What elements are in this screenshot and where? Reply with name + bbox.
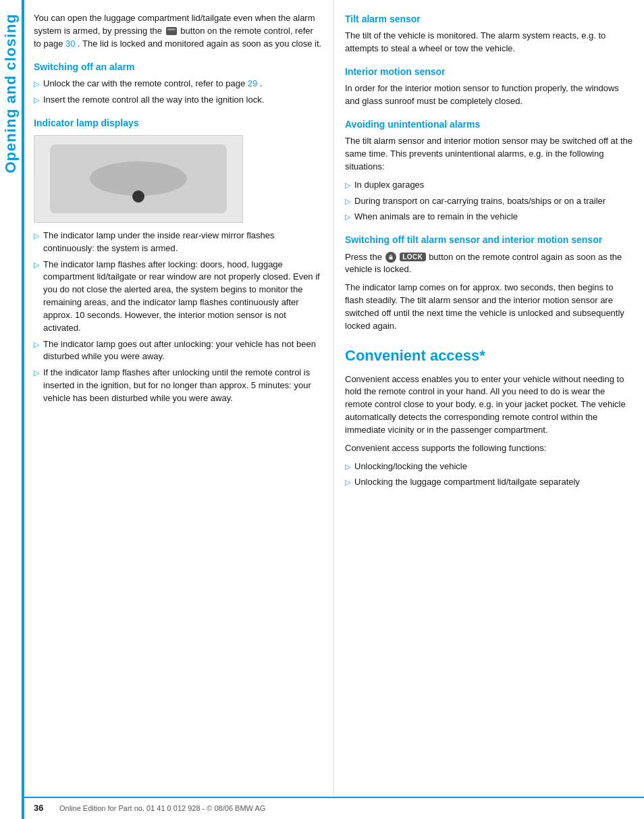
- list-item: ▷ Unlocking/locking the vehicle: [345, 460, 633, 473]
- left-column: You can open the luggage compartment lid…: [24, 0, 334, 797]
- bullet-arrow-icon: ▷: [345, 462, 350, 473]
- sidebar-tab: Opening and closing: [0, 0, 22, 819]
- lamp-dot: [132, 190, 144, 203]
- interior-motion-text: In order for the interior motion sensor …: [345, 82, 633, 108]
- avoiding-alarms-list: ▷ In duplex garages ▷ During transport o…: [345, 179, 633, 224]
- right-column: Tilt alarm sensor The tilt of the vehicl…: [334, 0, 644, 797]
- list-item: ▷ Unlocking the luggage compartment lid/…: [345, 476, 633, 489]
- footer-copyright: Online Edition for Part no. 01 41 0 012 …: [59, 803, 265, 814]
- switching-off-tilt-para1: Press the LOCK button on the remote cont…: [345, 251, 633, 277]
- bullet-arrow-icon: ▷: [34, 368, 39, 379]
- list-item: ▷ Insert the remote control all the way …: [34, 94, 323, 107]
- page-ref-29[interactable]: 29: [248, 78, 257, 88]
- switching-off-alarm-heading: Switching off an alarm: [34, 60, 323, 74]
- svg-rect-0: [389, 257, 392, 259]
- list-item: ▷ If the indicator lamp flashes after un…: [34, 367, 323, 405]
- page-number: 36: [34, 802, 54, 815]
- bullet-arrow-icon: ▷: [345, 180, 350, 191]
- convenient-access-para1: Convenient access enables you to enter y…: [345, 373, 633, 437]
- indicator-lamp-image: www.bmw.com: [34, 135, 243, 223]
- avoiding-alarms-text: The tilt alarm sensor and interior motio…: [345, 135, 633, 174]
- list-item: ▷ The indicator lamp under the inside re…: [34, 230, 323, 255]
- chapter-title: Opening and closing: [0, 14, 22, 174]
- list-item: ▷ Unlock the car with the remote control…: [34, 78, 323, 90]
- lock-circle-icon: [385, 252, 396, 263]
- list-item: ▷ When animals are to remain in the vehi…: [345, 211, 633, 223]
- bullet-arrow-icon: ▷: [34, 231, 39, 242]
- lock-label: LOCK: [400, 253, 425, 261]
- convenient-access-heading: Convenient access*: [345, 345, 633, 367]
- list-item: ▷ During transport on car-carrying train…: [345, 195, 633, 208]
- remote-control-icon: [166, 27, 177, 35]
- indicator-lamp-heading: Indicator lamp displays: [34, 116, 323, 130]
- list-item: ▷ In duplex garages: [345, 179, 633, 192]
- switching-off-tilt-para2: The indicator lamp comes on for approx. …: [345, 282, 633, 332]
- bullet-arrow-icon: ▷: [345, 212, 350, 223]
- intro-paragraph: You can open the luggage compartment lid…: [34, 12, 323, 51]
- tilt-alarm-heading: Tilt alarm sensor: [345, 12, 633, 26]
- tilt-alarm-text: The tilt of the vehicle is monitored. Th…: [345, 30, 633, 55]
- switching-off-tilt-heading: Switching off tilt alarm sensor and inte…: [345, 233, 633, 246]
- bullet-arrow-icon: ▷: [345, 477, 350, 488]
- lamp-image-inner: [50, 144, 227, 213]
- content-area: You can open the luggage compartment lid…: [24, 0, 644, 819]
- bullet-arrow-icon: ▷: [34, 95, 39, 106]
- list-item: ▷ The indicator lamp goes out after unlo…: [34, 338, 323, 364]
- lamp-oval: [90, 161, 187, 196]
- bullet-arrow-icon: ▷: [34, 340, 39, 350]
- bullet-arrow-icon: ▷: [345, 196, 350, 207]
- page-ref-30[interactable]: 30: [65, 38, 75, 49]
- convenient-access-para2: Convenient access supports the following…: [345, 442, 633, 455]
- interior-motion-heading: Interior motion sensor: [345, 65, 633, 78]
- page-wrapper: Opening and closing You can open the lug…: [0, 0, 644, 819]
- list-item: ▷ The indicator lamp flashes after locki…: [34, 259, 323, 335]
- bullet-arrow-icon: ▷: [34, 79, 39, 90]
- footer: 36 Online Edition for Part no. 01 41 0 0…: [24, 797, 644, 819]
- indicator-lamp-list: ▷ The indicator lamp under the inside re…: [34, 230, 323, 405]
- bullet-arrow-icon: ▷: [34, 260, 39, 271]
- columns: You can open the luggage compartment lid…: [24, 0, 644, 797]
- image-watermark: www.bmw.com: [240, 179, 243, 219]
- convenient-access-list: ▷ Unlocking/locking the vehicle ▷ Unlock…: [345, 460, 633, 490]
- avoiding-alarms-heading: Avoiding unintentional alarms: [345, 117, 633, 131]
- switching-off-alarm-list: ▷ Unlock the car with the remote control…: [34, 78, 323, 107]
